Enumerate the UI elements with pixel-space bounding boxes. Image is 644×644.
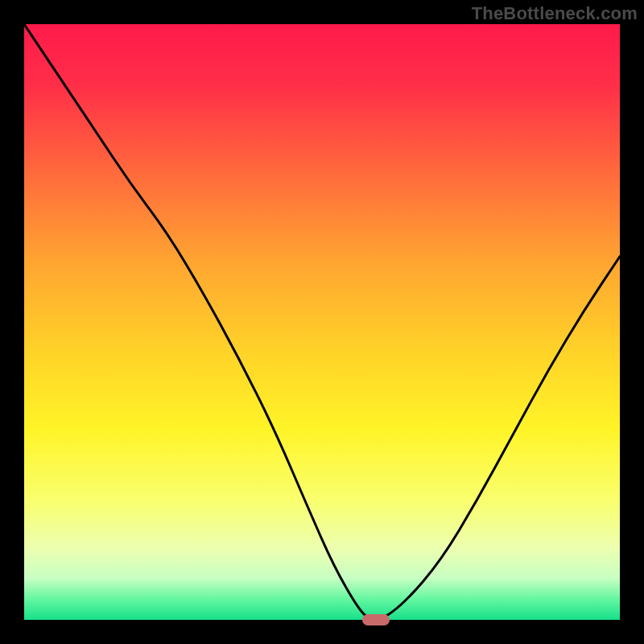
- optimal-point-marker: [362, 614, 390, 625]
- bottleneck-chart: [24, 24, 620, 620]
- watermark-text: TheBottleneck.com: [472, 3, 638, 24]
- app-frame: TheBottleneck.com: [0, 0, 644, 644]
- gradient-background: [24, 24, 620, 620]
- chart-svg: [24, 24, 620, 620]
